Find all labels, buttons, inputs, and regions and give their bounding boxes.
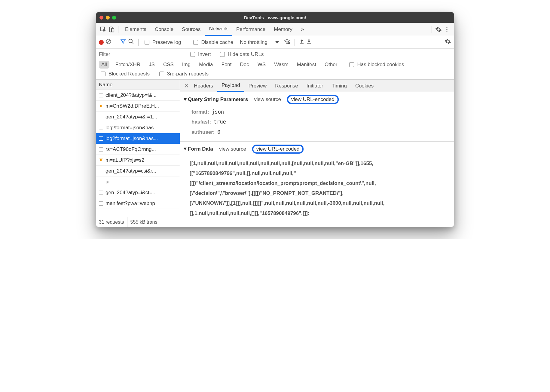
filter-chip-manifest[interactable]: Manifest xyxy=(295,61,319,69)
third-party-checkbox[interactable]: 3rd-party requests xyxy=(157,71,210,77)
kebab-menu-icon[interactable] xyxy=(443,25,451,34)
query-param: hasfast: true xyxy=(191,117,451,127)
filter-input[interactable] xyxy=(99,51,183,58)
request-row[interactable]: gen_204?atyp=csi&r... xyxy=(96,166,180,176)
third-party-label: 3rd-party requests xyxy=(167,71,209,77)
record-button[interactable] xyxy=(99,40,104,45)
file-icon xyxy=(99,147,103,152)
disable-cache-checkbox[interactable]: Disable cache xyxy=(191,39,235,45)
download-har-icon[interactable] xyxy=(306,39,312,46)
name-column-header[interactable]: Name xyxy=(96,80,180,90)
form-data-line: [],1,null,null,null,null,null,[]]],"1657… xyxy=(190,208,445,218)
zoom-window-button[interactable] xyxy=(112,16,116,20)
query-param: format: json xyxy=(191,107,451,117)
qsp-view-source-link[interactable]: view source xyxy=(254,96,281,103)
request-row[interactable]: log?format=json&has... xyxy=(96,122,180,133)
request-name: gen_204?atyp=i&r=1... xyxy=(105,114,157,120)
request-row[interactable]: manifest?pwa=webhp xyxy=(96,198,180,209)
invert-checkbox[interactable]: Invert xyxy=(188,51,213,57)
request-name: log?format=json&has... xyxy=(105,136,158,142)
filter-chip-js[interactable]: JS xyxy=(146,61,157,69)
param-value: 0 xyxy=(217,129,220,135)
blocked-requests-checkbox[interactable]: Blocked Requests xyxy=(99,71,151,77)
file-icon xyxy=(99,180,103,184)
panel-tab-network[interactable]: Network xyxy=(205,23,232,36)
svg-point-3 xyxy=(446,27,447,28)
filter-chip-other[interactable]: Other xyxy=(322,61,340,69)
query-string-section: Query String Parameters view source view… xyxy=(180,92,454,142)
divider xyxy=(118,26,118,33)
request-row[interactable]: gen_204?atyp=i&r=1... xyxy=(96,112,180,122)
filter-chip-media[interactable]: Media xyxy=(197,61,215,69)
detail-tab-initiator[interactable]: Initiator xyxy=(302,80,328,92)
network-toolbar: Preserve log Disable cache No throttling xyxy=(96,36,454,49)
clear-icon[interactable] xyxy=(105,38,112,46)
throttling-select[interactable]: No throttling xyxy=(237,39,282,45)
filter-chip-all[interactable]: All xyxy=(99,61,109,69)
request-row[interactable]: m=CnSW2d,DPreE,H... xyxy=(96,101,180,112)
filter-chip-fetch-xhr[interactable]: Fetch/XHR xyxy=(113,61,143,69)
request-name: client_204?&atyp=i&... xyxy=(105,92,157,98)
divider xyxy=(138,39,139,46)
panel-tab-memory[interactable]: Memory xyxy=(270,23,296,36)
filter-bar: Invert Hide data URLs AllFetch/XHRJSCSSI… xyxy=(96,49,454,80)
request-row[interactable]: client_204?&atyp=i&... xyxy=(96,90,180,101)
filter-chip-wasm[interactable]: Wasm xyxy=(272,61,291,69)
formdata-view-source-link[interactable]: view source xyxy=(219,146,246,152)
panel-tab-console[interactable]: Console xyxy=(151,23,178,36)
has-blocked-checkbox[interactable]: Has blocked cookies xyxy=(347,62,406,68)
svg-rect-13 xyxy=(307,43,311,44)
file-icon xyxy=(99,191,103,195)
request-row[interactable]: log?format=json&has... xyxy=(96,133,180,144)
svg-rect-12 xyxy=(300,43,304,44)
device-toolbar-icon[interactable] xyxy=(107,25,116,34)
search-icon[interactable] xyxy=(128,38,134,46)
requests-count: 31 requests xyxy=(96,217,127,227)
close-details-button[interactable]: ✕ xyxy=(182,83,188,89)
filter-icon[interactable] xyxy=(120,38,126,46)
invert-label: Invert xyxy=(198,51,211,57)
preserve-log-checkbox[interactable]: Preserve log xyxy=(143,39,183,45)
network-conditions-icon[interactable] xyxy=(284,38,290,46)
request-row[interactable]: m=aLUfP?xjs=s2 xyxy=(96,155,180,166)
detail-tab-preview[interactable]: Preview xyxy=(244,80,271,92)
request-row[interactable]: rs=ACT90oFqOrnng... xyxy=(96,144,180,155)
filter-chip-font[interactable]: Font xyxy=(219,61,234,69)
window-title: DevTools - www.google.com/ xyxy=(96,15,454,20)
filter-chip-doc[interactable]: Doc xyxy=(238,61,252,69)
formdata-toggle[interactable]: Form Data xyxy=(184,146,213,152)
qsp-view-url-encoded-link[interactable]: view URL-encoded xyxy=(287,95,339,104)
formdata-view-url-encoded-link[interactable]: view URL-encoded xyxy=(252,145,304,154)
detail-tab-payload[interactable]: Payload xyxy=(217,80,244,92)
detail-tab-headers[interactable]: Headers xyxy=(190,80,217,92)
panel-tab-sources[interactable]: Sources xyxy=(178,23,205,36)
file-icon xyxy=(99,158,103,162)
network-settings-gear-icon[interactable] xyxy=(445,38,451,46)
minimize-window-button[interactable] xyxy=(106,16,110,20)
detail-tab-response[interactable]: Response xyxy=(271,80,302,92)
detail-tab-cookies[interactable]: Cookies xyxy=(351,80,378,92)
svg-point-4 xyxy=(446,29,447,30)
detail-tab-timing[interactable]: Timing xyxy=(327,80,351,92)
form-data-line: [[[\"/client_streamz/location/location_p… xyxy=(190,178,445,188)
filter-chip-ws[interactable]: WS xyxy=(255,61,268,69)
request-name: m=aLUfP?xjs=s2 xyxy=(105,157,144,163)
close-window-button[interactable] xyxy=(99,16,103,20)
request-row[interactable]: gen_204?atyp=i&ct=... xyxy=(96,187,180,198)
inspect-element-icon[interactable] xyxy=(99,25,107,34)
qsp-toggle[interactable]: Query String Parameters xyxy=(184,96,248,103)
formdata-title: Form Data xyxy=(188,146,213,152)
hide-data-urls-checkbox[interactable]: Hide data URLs xyxy=(218,51,266,57)
filter-chip-css[interactable]: CSS xyxy=(161,61,176,69)
detail-tabs: ✕ HeadersPayloadPreviewResponseInitiator… xyxy=(180,80,454,92)
filter-chip-img[interactable]: Img xyxy=(180,61,193,69)
upload-har-icon[interactable] xyxy=(299,39,304,46)
panel-tab-performance[interactable]: Performance xyxy=(232,23,270,36)
blocked-requests-label: Blocked Requests xyxy=(108,71,150,77)
form-data-line: [\"decision\",\"browser\"],[[[[\"NO_PROM… xyxy=(190,188,445,198)
panel-tab-elements[interactable]: Elements xyxy=(121,23,151,36)
settings-gear-icon[interactable] xyxy=(434,25,443,34)
request-row[interactable]: ui xyxy=(96,176,180,187)
more-panels-button[interactable]: » xyxy=(297,23,308,36)
form-data-line: [\"UNKNOWN\"]],[1]]],null,[]]]]",null,nu… xyxy=(190,198,445,208)
